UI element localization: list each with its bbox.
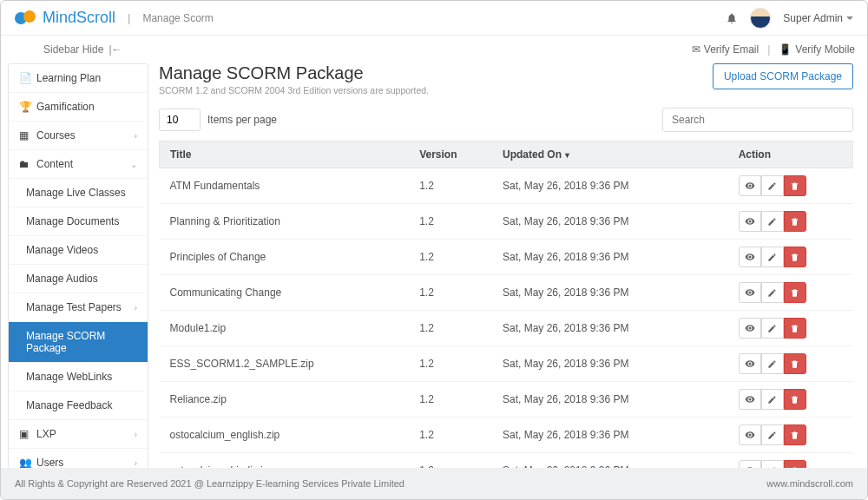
delete-button[interactable] <box>784 318 806 339</box>
edit-button[interactable] <box>761 353 784 374</box>
verify-mobile-link[interactable]: 📱 Verify Mobile <box>779 43 855 56</box>
sidebar-icon: 🖿 <box>19 158 31 170</box>
chevron-icon: › <box>135 303 137 312</box>
view-button[interactable] <box>739 175 761 196</box>
edit-button[interactable] <box>761 247 784 267</box>
delete-button[interactable] <box>784 247 806 267</box>
footer-copyright: All Rights & Copyright are Reserved 2021… <box>15 478 404 489</box>
col-action: Action <box>728 141 853 168</box>
edit-button[interactable] <box>761 282 784 303</box>
edit-button[interactable] <box>761 175 784 196</box>
sidebar-item-manage-live-classes[interactable]: Manage Live Classes <box>9 179 148 207</box>
sidebar-item-manage-scorm-package[interactable]: Manage SCORM Package <box>9 322 148 363</box>
edit-button[interactable] <box>761 318 784 339</box>
sidebar-item-manage-test-papers[interactable]: Manage Test Papers› <box>9 293 148 322</box>
view-button[interactable] <box>739 389 761 410</box>
sidebar-item-content[interactable]: 🖿Content⌄ <box>9 150 148 179</box>
sidebar-label: Gamification <box>36 101 95 113</box>
sort-desc-icon: ▼ <box>563 151 571 160</box>
table-row: Module1.zip1.2Sat, May 26, 2018 9:36 PM <box>160 311 853 346</box>
logo-icon <box>15 10 37 26</box>
sidebar-label: LXP <box>36 428 56 440</box>
sidebar-icon: 🏆 <box>19 101 31 113</box>
table-row: ESS_SCORM1.2_SAMPLE.zip1.2Sat, May 26, 2… <box>160 346 853 382</box>
chevron-icon: › <box>135 131 137 141</box>
sidebar-label: Courses <box>36 129 76 141</box>
delete-button[interactable] <box>784 211 806 232</box>
sidebar-icon: 📄 <box>19 72 31 84</box>
sidebar-item-lxp[interactable]: ▣LXP› <box>9 420 148 449</box>
cell-version: 1.2 <box>409 346 492 382</box>
user-menu[interactable]: Super Admin <box>783 12 853 24</box>
table-row: ostocalcium_english.zip1.2Sat, May 26, 2… <box>160 418 853 453</box>
brand-text: MindScroll <box>43 9 115 27</box>
delete-button[interactable] <box>784 175 806 196</box>
content: Manage SCORM Package SCORM 1.2 and SCORM… <box>155 63 860 470</box>
sidebar-label: Users <box>36 457 63 469</box>
table-row: Communicating Change1.2Sat, May 26, 2018… <box>160 275 853 311</box>
bell-icon[interactable] <box>726 12 738 24</box>
sidebar-icon: ▦ <box>19 129 31 141</box>
upload-scorm-button[interactable]: Upload SCORM Package <box>713 63 853 89</box>
cell-action <box>728 168 853 204</box>
sidebar-item-users[interactable]: 👥Users› <box>9 449 148 470</box>
sidebar-hide-toggle[interactable]: Sidebar Hide |← <box>43 43 122 56</box>
edit-button[interactable] <box>761 389 784 410</box>
cell-action <box>728 204 853 240</box>
page-title: Manage SCORM Package <box>159 63 429 83</box>
cell-version: 1.2 <box>409 275 492 311</box>
view-button[interactable] <box>739 282 761 303</box>
sidebar-item-manage-audios[interactable]: Manage Audios <box>9 265 148 293</box>
sidebar-item-manage-documents[interactable]: Manage Documents <box>9 207 148 236</box>
view-button[interactable] <box>739 318 761 339</box>
cell-updated: Sat, May 26, 2018 9:36 PM <box>492 346 728 382</box>
search-input[interactable] <box>662 108 853 132</box>
sidebar-item-learning-plan[interactable]: 📄Learning Plan <box>9 64 148 93</box>
edit-button[interactable] <box>761 424 784 445</box>
edit-button[interactable] <box>761 211 784 232</box>
delete-button[interactable] <box>784 389 806 410</box>
sidebar-item-manage-feedback[interactable]: Manage Feedback <box>9 391 148 420</box>
sidebar: 📄Learning Plan🏆Gamification▦Courses›🖿Con… <box>8 63 148 470</box>
avatar[interactable] <box>750 8 771 29</box>
cell-updated: Sat, May 26, 2018 9:36 PM <box>492 240 728 275</box>
verify-email-link[interactable]: ✉ Verify Email <box>692 43 759 56</box>
separator: | <box>767 43 770 56</box>
sidebar-item-manage-weblinks[interactable]: Manage WebLinks <box>9 363 148 391</box>
cell-updated: Sat, May 26, 2018 9:36 PM <box>492 204 728 240</box>
table-row: ATM Fundamentals1.2Sat, May 26, 2018 9:3… <box>160 168 853 204</box>
cell-action <box>728 275 853 311</box>
cell-action <box>728 346 853 382</box>
verify-mobile-label: Verify Mobile <box>795 43 855 56</box>
sidebar-label: Manage Live Classes <box>26 187 126 199</box>
col-title[interactable]: Title <box>160 141 410 168</box>
scorm-table: Title Version Updated On▼ Action ATM Fun… <box>159 141 853 500</box>
cell-version: 1.2 <box>409 240 492 275</box>
view-button[interactable] <box>739 211 761 232</box>
delete-button[interactable] <box>784 424 806 445</box>
sidebar-hide-label: Sidebar Hide <box>43 43 103 56</box>
sidebar-label: Manage Documents <box>26 215 119 227</box>
logo[interactable]: MindScroll <box>15 9 115 27</box>
view-button[interactable] <box>739 424 761 445</box>
cell-action <box>728 382 853 418</box>
view-button[interactable] <box>739 247 761 267</box>
cell-updated: Sat, May 26, 2018 9:36 PM <box>492 168 728 204</box>
delete-button[interactable] <box>784 282 806 303</box>
cell-version: 1.2 <box>409 204 492 240</box>
sidebar-label: Manage Feedback <box>26 399 112 411</box>
cell-version: 1.2 <box>409 311 492 346</box>
main: 📄Learning Plan🏆Gamification▦Courses›🖿Con… <box>1 63 867 470</box>
sidebar-item-gamification[interactable]: 🏆Gamification <box>9 93 148 122</box>
footer-link[interactable]: www.mindscroll.com <box>766 478 853 489</box>
user-name: Super Admin <box>783 12 843 24</box>
items-per-page-input[interactable] <box>159 109 201 131</box>
col-version[interactable]: Version <box>409 141 492 168</box>
sidebar-item-courses[interactable]: ▦Courses› <box>9 122 148 150</box>
sidebar-item-manage-videos[interactable]: Manage Videos <box>9 236 148 265</box>
col-updated[interactable]: Updated On▼ <box>492 141 728 168</box>
table-row: Planning & Prioritization1.2Sat, May 26,… <box>160 204 853 240</box>
cell-title: Principles of Change <box>160 240 410 275</box>
delete-button[interactable] <box>784 353 806 374</box>
view-button[interactable] <box>739 353 761 374</box>
